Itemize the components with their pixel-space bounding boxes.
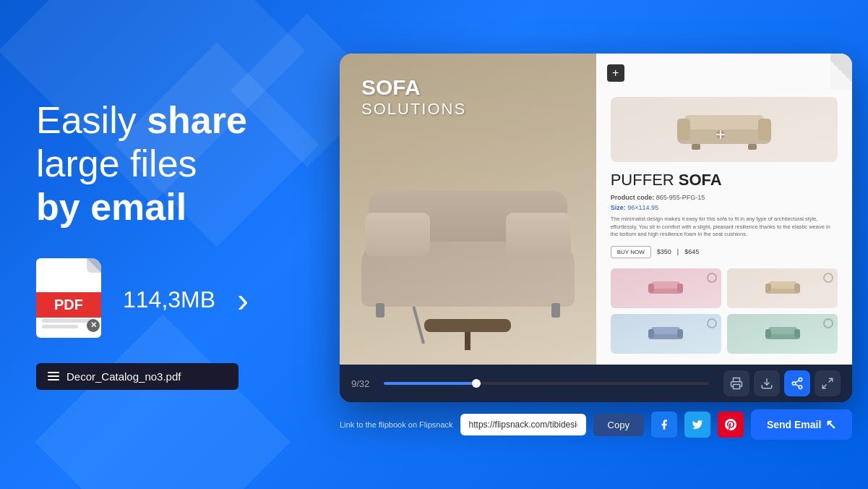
fullscreen-button[interactable] [815,370,841,396]
svg-rect-3 [758,119,771,140]
catalog-hero-sofa-svg [670,104,778,155]
hero-title: Easily share large files by email [36,99,296,229]
catalog-product-code: Product code: 865-955-PFG-15 [611,194,838,201]
hero-line1-bold: share [147,99,247,141]
facebook-share-button[interactable] [651,412,677,438]
catalog-sofa-item-teal [727,314,838,354]
file-size: 114,3MB [123,286,215,313]
page-left-title: SOFA SOLUTIONS [361,75,466,119]
svg-rect-15 [765,284,771,292]
pinterest-share-button[interactable] [718,412,744,438]
catalog-sofa-item-pink [611,268,721,308]
catalog-size: Size: 96×114.95 [611,204,838,211]
price-divider: | [677,248,679,255]
viewer-toolbar: 9/32 [340,365,852,402]
price-1: $350 [657,248,671,255]
page-total: 32 [359,378,369,389]
hamburger-icon [48,372,59,380]
hero-line3: by email [36,186,186,228]
hero-line2: large files [36,143,197,184]
svg-point-27 [799,378,803,382]
coffee-table-area [424,319,511,350]
flipbook-pages: SOFA SOLUTIONS [340,54,852,365]
right-panel: SOFA SOLUTIONS [332,39,868,450]
svg-rect-23 [765,329,771,338]
svg-line-31 [796,380,799,383]
share-bar: Link to the flipbook on Flipsnack Copy S… [340,402,852,443]
share-url-input[interactable] [460,414,586,435]
twitter-share-button[interactable] [684,412,710,438]
viewer-container: SOFA SOLUTIONS [340,54,852,402]
print-button[interactable] [723,370,749,396]
progress-bar [384,382,709,385]
page-counter: 9/32 [351,378,369,389]
left-panel: Easily share large files by email PDF ✕ … [0,70,332,418]
catalog-plus-icon: + [607,64,624,82]
share-button[interactable] [784,370,810,396]
pdf-line-2 [42,325,78,328]
solutions-word: SOLUTIONS [361,100,466,119]
catalog-buy-row: BUY NOW $350 | $645 [611,246,838,258]
pdf-icon: PDF ✕ [36,258,108,341]
svg-rect-18 [651,327,680,334]
page-fold [830,54,852,90]
catalog-sofa-item-beige [727,268,838,308]
file-name-text: Decor_Catalog_no3.pdf [66,370,181,383]
svg-rect-14 [768,281,797,289]
svg-rect-10 [651,281,680,289]
pdf-label: PDF [36,292,101,318]
hero-line1-normal: Easily [36,99,147,141]
buy-now-button[interactable]: BUY NOW [611,246,651,258]
svg-line-32 [829,378,833,382]
svg-rect-22 [768,327,797,334]
catalog-description: The minimalist design makes it easy for … [611,216,838,239]
svg-rect-12 [677,284,683,292]
svg-rect-11 [648,284,654,292]
page-right: + [596,54,853,365]
pdf-icon-body: PDF ✕ [36,258,101,338]
svg-line-33 [823,385,827,388]
svg-line-30 [796,384,799,386]
pdf-close-icon: ✕ [87,319,100,332]
catalog-sofas-grid [611,268,838,354]
svg-rect-16 [794,284,800,292]
catalog-hero-image [611,97,838,162]
page-left: SOFA SOLUTIONS [340,54,596,365]
progress-bar-fill [384,382,475,385]
file-name-bar: Decor_Catalog_no3.pdf [36,363,239,390]
svg-rect-25 [734,385,740,389]
svg-rect-5 [748,144,757,150]
svg-rect-19 [648,329,654,338]
svg-point-29 [799,386,803,389]
download-button[interactable] [754,370,780,396]
arrow-right-icon: › [237,280,249,320]
cursor-icon: ↖ [825,417,836,433]
sofa-illustration [354,177,582,321]
catalog-sofa-item-blue [611,314,721,354]
svg-rect-2 [677,119,690,140]
catalog-product-title: PUFFER SOFA [611,171,838,190]
file-row: PDF ✕ 114,3MB › [36,258,296,341]
svg-rect-4 [692,144,700,150]
progress-dot [472,379,481,388]
toolbar-actions [723,370,841,396]
price-2: $645 [684,248,699,255]
sofa-word: SOFA [361,75,466,100]
svg-rect-1 [684,115,764,129]
share-label: Link to the flipbook on Flipsnack [340,420,453,429]
svg-point-28 [793,382,796,386]
copy-button[interactable]: Copy [593,414,644,436]
svg-rect-20 [677,329,683,338]
send-email-button[interactable]: Send Email ↖ [751,409,852,440]
svg-rect-24 [794,329,800,338]
